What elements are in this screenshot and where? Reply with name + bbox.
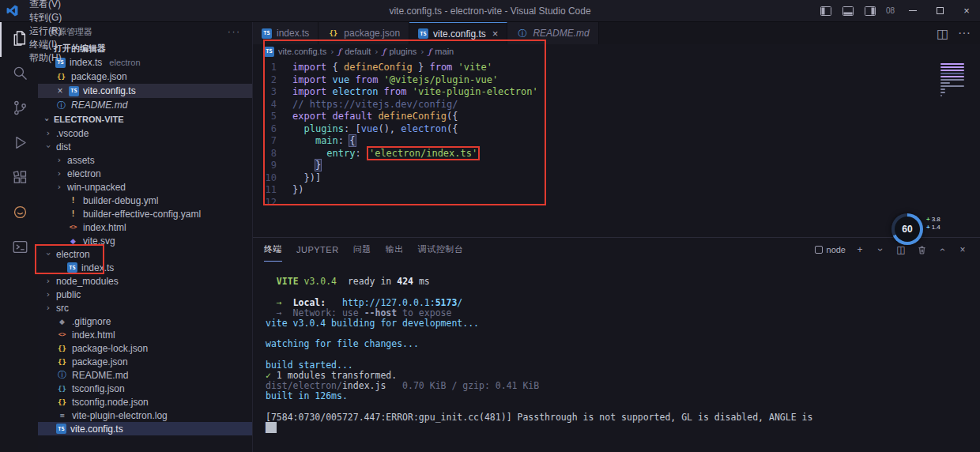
breadcrumb-item[interactable]: plugins xyxy=(389,47,416,56)
activity-terminal-app[interactable] xyxy=(0,231,38,266)
breadcrumb-item[interactable]: vite.config.ts xyxy=(278,47,326,56)
split-terminal-icon[interactable]: ◫ xyxy=(895,243,907,256)
panel-tab-问题[interactable]: 问题 xyxy=(353,238,371,262)
activity-extensions[interactable] xyxy=(0,161,38,196)
run-debug-icon xyxy=(12,134,28,154)
minimize-button[interactable] xyxy=(899,0,926,21)
tree-item-.gitignore[interactable]: ◆.gitignore xyxy=(38,315,252,328)
file-name: vite-plugin-electron.log xyxy=(72,410,168,421)
panel-tab-输出[interactable]: 输出 xyxy=(386,238,404,262)
code-line: 9 } xyxy=(253,160,980,172)
chevron-down-icon: › xyxy=(42,115,52,123)
activity-tool[interactable] xyxy=(0,196,38,231)
tree-item-dist[interactable]: ›dist xyxy=(38,140,252,153)
close-icon[interactable]: × xyxy=(55,85,65,96)
toggle-panel-icon[interactable] xyxy=(837,0,859,21)
html-file-icon: <> xyxy=(67,222,79,233)
maximize-button[interactable] xyxy=(926,0,953,21)
tree-item-README.md[interactable]: ⓘREADME.md xyxy=(38,368,252,382)
more-actions-icon[interactable]: ··· xyxy=(958,26,971,40)
chevron-down-icon[interactable]: › xyxy=(874,243,887,256)
open-editor-README.md[interactable]: ⓘREADME.md xyxy=(38,98,252,112)
breadcrumb-item[interactable]: main xyxy=(435,47,454,56)
tree-item-assets[interactable]: ›assets xyxy=(38,153,252,167)
open-editor-vite.config.ts[interactable]: ×TSvite.config.ts xyxy=(38,84,252,98)
terminal-instance-icon xyxy=(815,246,823,254)
breadcrumb: TSvite.config.ts›ƒdefault›ƒplugins›ƒmain xyxy=(253,44,980,58)
tree-item-electron[interactable]: ›electron xyxy=(38,167,252,180)
close-icon[interactable]: × xyxy=(492,28,499,40)
terminal-output[interactable]: VITE v3.0.4 ready in 424 ms → Local: htt… xyxy=(253,262,980,452)
new-terminal-icon[interactable]: + xyxy=(854,243,866,256)
chevron-down-icon: › xyxy=(43,143,54,151)
maximize-panel-icon[interactable]: › xyxy=(936,243,948,256)
tab-package.json[interactable]: {}package.json xyxy=(318,22,409,44)
folder-name: .vscode xyxy=(56,128,89,139)
activity-run-debug[interactable] xyxy=(0,126,38,161)
tree-item-package-lock.json[interactable]: {}package-lock.json xyxy=(38,341,252,355)
tree-item-builder-effective-config.yaml[interactable]: !builder-effective-config.yaml xyxy=(38,207,252,220)
tree-item-electron[interactable]: ›electron xyxy=(38,247,252,261)
open-editor-index.ts[interactable]: TSindex.tselectron xyxy=(38,55,252,70)
code-text: import vue from '@vitejs/plugin-vue' xyxy=(292,74,498,87)
terminal-line: built in 126ms. xyxy=(266,391,980,401)
tree-item-win-unpacked[interactable]: ›win-unpacked xyxy=(38,180,252,194)
breadcrumb-item[interactable]: default xyxy=(345,47,371,56)
file-name: tsconfig.node.json xyxy=(72,397,149,408)
minimap-line xyxy=(940,95,942,96)
kill-terminal-icon[interactable] xyxy=(915,243,928,256)
tree-item-index.html[interactable]: <>index.html xyxy=(38,328,252,341)
activity-source-control[interactable] xyxy=(0,92,38,126)
menu-item-7[interactable]: 帮助(H) xyxy=(24,51,67,65)
tree-item-public[interactable]: ›public xyxy=(38,288,252,301)
minimap[interactable] xyxy=(940,63,967,101)
speed-overlay-widget[interactable]: 60 +3.8 +1.4 xyxy=(891,213,940,245)
tree-item-builder-debug.yml[interactable]: !builder-debug.yml xyxy=(38,194,252,207)
code-line: 2import vue from '@vitejs/plugin-vue' xyxy=(253,74,980,87)
code-text: import electron from 'vite-plugin-electr… xyxy=(292,86,538,99)
minimap-line xyxy=(940,85,964,87)
toggle-sidebar-icon[interactable] xyxy=(815,0,837,21)
menu-item-4[interactable]: 转到(G) xyxy=(24,11,67,24)
tree-item-tsconfig.node.json[interactable]: {}tsconfig.node.json xyxy=(38,395,252,409)
tree-item-vite-plugin-electron.log[interactable]: ≡vite-plugin-electron.log xyxy=(38,409,252,422)
menu-item-5[interactable]: 运行(R) xyxy=(24,24,67,38)
shell-selector[interactable]: node xyxy=(815,245,846,254)
tree-item-index.ts[interactable]: TSindex.ts xyxy=(38,261,252,274)
menu-item-3[interactable]: 查看(V) xyxy=(24,0,67,11)
minimap-line xyxy=(940,70,964,71)
toggle-secondary-sidebar-icon[interactable] xyxy=(859,0,881,21)
file-name: README.md xyxy=(72,370,128,381)
close-panel-icon[interactable]: × xyxy=(956,243,969,256)
tree-item-tsconfig.json[interactable]: {}tsconfig.json xyxy=(38,382,252,395)
code-editor[interactable]: 1import { defineConfig } from 'vite'2imp… xyxy=(253,58,980,237)
tab-vite.config.ts[interactable]: TSvite.config.ts× xyxy=(409,22,507,44)
code-line: 5export default defineConfig({ xyxy=(253,111,980,123)
minimap-line xyxy=(940,89,945,90)
terminal-line: VITE v3.0.4 ready in 424 ms xyxy=(266,277,980,287)
terminal-line: [7584:0730/005727.447:ERROR:gpu_init.cc(… xyxy=(266,412,980,423)
tree-item-package.json[interactable]: {}package.json xyxy=(38,355,252,368)
code-text: }) xyxy=(292,184,303,197)
project-section-header[interactable]: › ELECTRON-VITE xyxy=(38,112,252,126)
json-file-icon: {} xyxy=(56,356,68,367)
split-editor-icon[interactable]: ◫ xyxy=(937,26,948,41)
tree-item-src[interactable]: ›src xyxy=(38,301,252,315)
open-editor-label: index.ts xyxy=(70,57,102,68)
extensions-icon xyxy=(12,169,28,189)
tree-item-.vscode[interactable]: ›.vscode xyxy=(38,126,252,140)
tree-item-vite.config.ts[interactable]: TSvite.config.ts xyxy=(38,422,252,435)
tree-item-index.html[interactable]: <>index.html xyxy=(38,220,252,234)
panel-tab-JUPYTER[interactable]: JUPYTER xyxy=(296,238,339,262)
panel-tab-终端[interactable]: 终端 xyxy=(264,238,282,262)
tree-item-node_modules[interactable]: ›node_modules xyxy=(38,274,252,288)
open-editor-package.json[interactable]: {}package.json xyxy=(38,70,252,84)
open-editors-header[interactable]: › 打开的编辑器 xyxy=(38,41,252,55)
tab-index.ts[interactable]: TSindex.ts xyxy=(253,22,318,44)
close-button[interactable]: × xyxy=(953,0,980,21)
file-name: index.ts xyxy=(81,262,114,273)
panel-tab-调试控制台[interactable]: 调试控制台 xyxy=(418,238,464,262)
tree-item-vite.svg[interactable]: ◆vite.svg xyxy=(38,234,252,247)
sidebar-more-actions-icon[interactable]: ··· xyxy=(228,27,241,36)
tab-README.md[interactable]: ⓘREADME.md xyxy=(507,22,598,44)
